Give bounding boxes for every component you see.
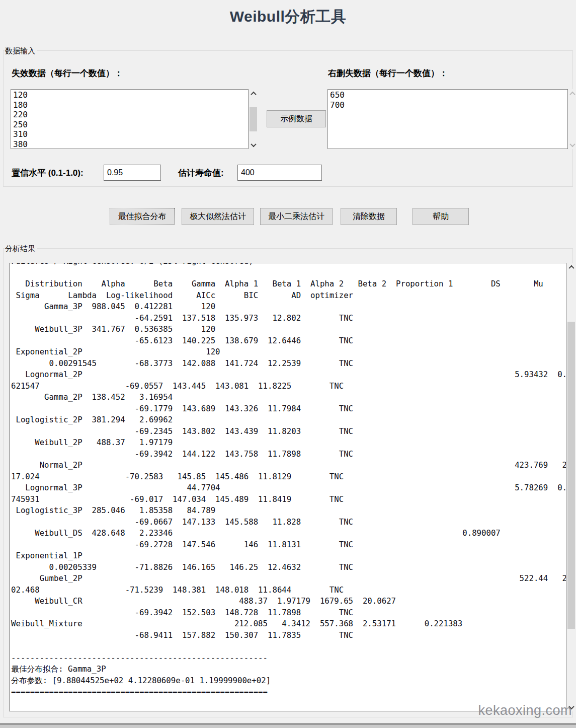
scroll-up-button[interactable] (249, 89, 258, 98)
window-bottom-edge (0, 724, 576, 728)
scroll-down-button[interactable] (249, 140, 258, 149)
best-fit-distribution-button[interactable]: 最佳拟合分布 (110, 208, 175, 225)
scrollbar-thumb[interactable] (250, 107, 257, 131)
data-input-group-label: 数据输入 (5, 46, 37, 55)
mle-estimate-button[interactable]: 极大似然法估计 (182, 208, 254, 225)
life-estimate-label: 估计寿命值: (178, 167, 224, 179)
censored-data-input[interactable] (327, 89, 568, 149)
failure-data-scrollbar[interactable] (249, 89, 258, 149)
analysis-results-group: 分析结果 Failures / Right censored: 6/2 (25%… (3, 248, 573, 717)
confidence-level-input[interactable] (104, 165, 161, 181)
analysis-results-text[interactable]: Failures / Right censored: 6/2 (25% righ… (10, 263, 566, 698)
scrollbar-thumb[interactable] (567, 322, 575, 629)
censored-data-label: 右删失数据（每行一个数值）： (328, 67, 448, 79)
chevron-down-icon (569, 141, 575, 147)
scroll-up-button[interactable] (568, 89, 576, 98)
censored-data-scrollbar[interactable] (568, 89, 576, 149)
weibull-tool-window: Weibull分析工具 数据输入 失效数据（每行一个数值）： 示例数据 右删失数… (0, 0, 576, 728)
chevron-up-icon (251, 91, 256, 97)
help-button[interactable]: 帮助 (413, 208, 469, 225)
least-squares-button[interactable]: 最小二乘法估计 (260, 208, 333, 225)
scroll-down-button[interactable] (568, 140, 576, 149)
chevron-up-icon (568, 265, 574, 270)
scroll-up-button[interactable] (567, 263, 575, 271)
chevron-down-icon (251, 141, 256, 147)
clear-data-button[interactable]: 清除数据 (341, 208, 397, 225)
life-estimate-input[interactable] (237, 165, 322, 181)
results-text-area[interactable]: Failures / Right censored: 6/2 (25% righ… (9, 263, 566, 711)
failure-data-input[interactable] (11, 89, 249, 149)
confidence-level-label: 置信水平 (0.1-1.0): (12, 167, 84, 179)
sample-data-button[interactable]: 示例数据 (267, 110, 326, 127)
results-scrollbar[interactable] (567, 263, 575, 711)
failure-data-label: 失效数据（每行一个数值）： (12, 67, 123, 79)
watermark-text: kekaoxing.com (352, 703, 572, 718)
data-input-group: 数据输入 失效数据（每行一个数值）： 示例数据 右删失数据（每行一个数值）： 置… (3, 50, 573, 187)
analysis-results-group-label: 分析结果 (5, 244, 37, 253)
page-title: Weibull分析工具 (0, 7, 576, 27)
chevron-up-icon (569, 91, 575, 97)
